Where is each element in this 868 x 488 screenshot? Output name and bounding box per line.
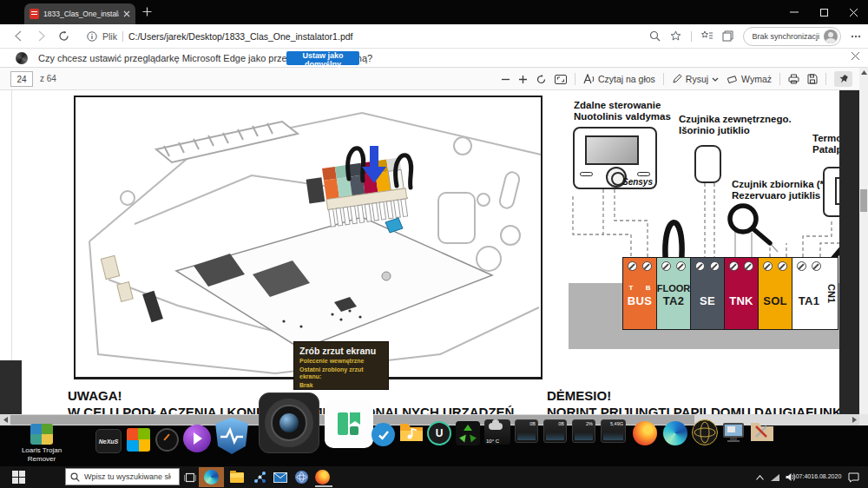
dock-item-shield[interactable] [214,418,250,454]
banner-close-icon[interactable] [852,52,859,60]
favorite-star-icon[interactable] [670,30,681,42]
clock[interactable]: 07:40 16.08.2020 [799,466,838,488]
dock-item-net-down[interactable]: 0B [515,419,538,443]
collections-icon[interactable] [722,30,733,42]
page-count-label: z 64 [40,74,56,83]
set-default-button[interactable]: Ustaw jako domyślny [286,51,359,65]
info-icon [87,31,97,42]
screw-icon [628,261,637,271]
start-button[interactable] [0,466,36,488]
warning-lt-title: DĖMESIO! [547,388,611,403]
new-tab-button[interactable] [142,7,152,16]
close-icon[interactable] [838,0,868,24]
dock-item-firefox[interactable] [633,421,657,445]
weather-icon: 10° C [484,419,510,445]
print-icon[interactable] [788,74,799,84]
dock-item-weather[interactable]: 10° C [484,419,510,445]
forward-icon[interactable] [30,30,52,42]
dock-item-globe[interactable] [692,419,718,445]
erase-button[interactable]: Wymaż [727,74,772,84]
scroll-left-icon[interactable] [0,414,10,425]
desktop-icon-loaris[interactable]: Loaris Trojan Remover [14,424,69,463]
default-browser-banner: Czy chcesz ustawić przeglądarkę Microsof… [0,49,868,68]
screen: 1833_Clas_One_instalator1.pdf [0,0,868,488]
viewer-right-gutter [839,90,859,425]
maximize-icon[interactable] [809,0,838,24]
edge-icon [204,470,219,485]
browser-tab[interactable]: 1833_Clas_One_instalator1.pdf [24,3,135,24]
taskbar-edge-active[interactable] [199,467,224,487]
dock-item-cpu[interactable]: 2% [572,419,595,443]
tank-sensor-device [730,206,756,232]
menu-dots-icon[interactable] [851,35,861,38]
tray-date: 16.08.2020 [811,473,841,481]
tab-close-icon[interactable] [123,10,130,17]
dock-item-edge[interactable] [663,421,687,445]
terminal-ta2: FLOOR TA2 [656,257,691,330]
search-input[interactable] [84,472,171,481]
dock-item-nexus[interactable]: NeXuS [95,429,122,453]
dock-item-checkmark[interactable] [372,423,395,446]
weather-temp-label: 10° C [486,439,499,444]
dock-item-computer[interactable] [721,420,746,445]
dock-item-trojan-remover[interactable] [325,399,373,448]
pin-toolbar-icon[interactable] [834,71,852,87]
screw-icon [676,261,686,271]
dock-item-windows[interactable] [127,428,150,452]
zoom-in-icon[interactable] [518,75,528,84]
read-aloud-button[interactable]: Czytaj na głos [583,74,655,84]
scroll-right-icon[interactable] [849,414,859,425]
taskbar-search[interactable] [65,468,180,485]
scroll-up-icon[interactable] [859,68,868,77]
chevron-down-icon [712,77,719,82]
dock-item-tools-folder[interactable] [749,419,775,444]
dock-item-gauge[interactable] [155,428,179,452]
action-center-icon[interactable] [838,466,868,488]
dock-item-camera[interactable] [259,392,319,453]
fit-page-icon[interactable] [555,75,567,84]
screenshot-tooltip: Zrób zrzut ekranu Polecenie wewnętrzne O… [293,341,389,390]
vertical-scrollbar[interactable] [859,68,868,425]
terminal-bus: T B BUS [622,257,657,330]
page-number-input[interactable]: 24 [10,71,33,87]
dock-item-media-player[interactable] [183,425,211,452]
zoom-out-icon[interactable] [501,75,510,84]
back-icon[interactable] [7,30,30,42]
check-icon [372,423,395,446]
taskbar-network-app[interactable] [248,466,271,488]
tray-chevron-icon[interactable] [752,466,767,488]
connector-cn1: CN1 [825,257,838,330]
net-monitor-panel: 0B [515,419,538,443]
profile-sync-pill[interactable]: Brak synchronizacji [743,27,841,46]
cpu-monitor-panel: 2% [572,419,595,443]
terminal-se: SE [690,257,725,330]
firefox-icon [315,470,330,485]
screw-icon [642,261,652,271]
draw-button[interactable]: Rysuj [672,74,719,84]
page-edge-line [11,90,12,360]
search-icon[interactable] [649,30,661,42]
monitor-icon [721,420,746,445]
minimize-icon[interactable] [779,0,809,24]
dock-item-music-folder[interactable] [398,420,424,444]
rotate-icon[interactable] [536,74,547,85]
screw-icon [812,261,821,271]
url-field[interactable]: Plik C:/Users/jarek/Desktop/1833_Clas_On… [87,31,352,42]
screw-icon [710,261,720,271]
favorites-bar-icon[interactable] [701,30,713,42]
dock-item-uninstaller[interactable]: U [427,421,451,445]
trojan-remover-icon [325,399,373,448]
taskbar-explorer[interactable] [226,466,248,488]
dock-item-ram[interactable]: 5,49G [601,419,626,443]
taskbar-globe-app[interactable] [290,466,312,488]
dock-item-net-up[interactable]: 0B [543,419,567,443]
save-icon[interactable] [807,74,818,84]
taskbar-mail[interactable] [269,466,292,488]
dock-item-recycle[interactable] [456,421,480,445]
loaris-icon [30,424,53,445]
network-icon[interactable] [767,466,783,488]
terminal-sol: SOL [758,257,792,330]
terminal-tnk: TNK [724,257,759,330]
vertical-scroll-thumb[interactable] [860,189,867,212]
refresh-icon[interactable] [52,30,75,42]
